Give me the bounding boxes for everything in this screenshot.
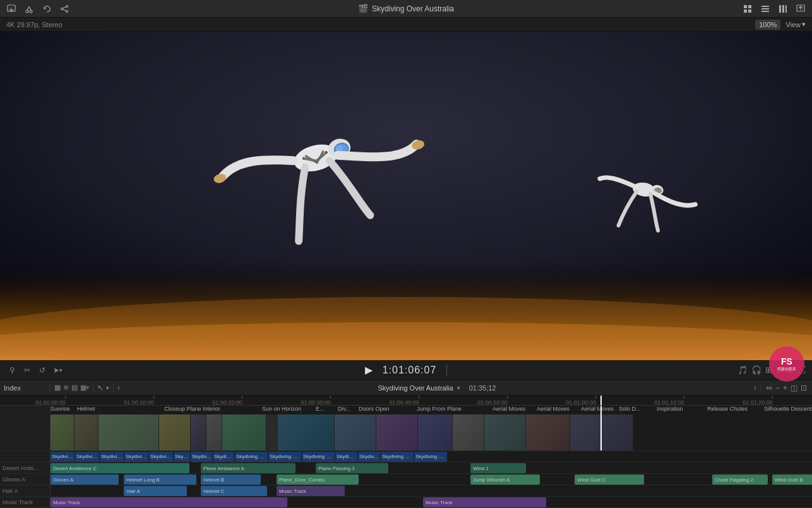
clip-options-icon[interactable]: ▦▾ [80, 384, 89, 392]
blade-icon[interactable]: ✂ [21, 365, 33, 376]
clip-label-inspiration: Inspiration [657, 406, 683, 412]
svg-rect-9 [748, 9, 751, 13]
clip-thumb-inspiration[interactable] [484, 414, 526, 451]
zoom-minus-icon[interactable]: − [775, 384, 780, 392]
vo-clip-15[interactable]: Skydiving VO [414, 452, 447, 462]
ambient-track-label: Desert Ambi... [0, 463, 51, 473]
sfx-clip-gloves[interactable]: Gloves A [51, 475, 119, 485]
vo-clip-14[interactable]: Skydiving VO [381, 452, 414, 462]
clip-label-e: E... [316, 406, 325, 412]
share-icon[interactable] [58, 3, 71, 15]
select-options-icon[interactable]: ▾ [106, 385, 109, 391]
shrink-icon[interactable]: ⊟ [776, 365, 783, 375]
role-view-icon[interactable]: ▤ [71, 384, 78, 392]
clip-label-doors: Doors Open [359, 406, 390, 412]
vo-clip-7[interactable]: Skydiv... [191, 452, 212, 462]
undo-icon[interactable] [40, 3, 53, 15]
view-button[interactable]: View ▾ [785, 20, 806, 28]
music-clip-2[interactable]: Music Track [423, 497, 546, 507]
music-clip-1[interactable]: Music Track [51, 497, 287, 507]
video-preview [0, 32, 812, 360]
expand-icon[interactable]: ⊞ [765, 365, 772, 375]
clip-thumb-e[interactable] [191, 414, 206, 451]
sfx-clip-chute[interactable]: Chute Flapping 2 [712, 475, 768, 485]
play-button[interactable]: ▶ [365, 364, 373, 376]
headphone-icon[interactable]: 🎧 [751, 365, 761, 375]
clip-thumb-aerial1[interactable] [335, 414, 376, 451]
grid-view-icon[interactable] [741, 3, 754, 15]
snap-icon[interactable]: ⚲ [6, 365, 18, 376]
clip-thumb-silhouette[interactable] [570, 414, 633, 451]
clip-view-icon[interactable]: ▦ [54, 384, 61, 392]
clip-thumb-release[interactable] [526, 414, 570, 451]
clip-thumb-doors[interactable] [222, 414, 266, 451]
zoom-plus-icon[interactable]: + [783, 384, 787, 392]
clip-thumb-aerial3[interactable] [418, 414, 453, 451]
sfx-clip-jump[interactable]: Jump Whoosh A [470, 475, 540, 485]
ambient-clip-wind[interactable]: Wind 1 [470, 463, 526, 473]
select-tool-icon[interactable]: ↖ [97, 384, 104, 392]
clip-thumb-div[interactable] [206, 414, 222, 451]
list-view-icon[interactable] [759, 3, 772, 15]
top-toolbar: 🎬 Skydiving Over Australia [0, 0, 812, 18]
hair-clip-helmet-c[interactable]: Helmet C [201, 486, 267, 496]
ruler-mark-7: 01:01:10:00 [669, 396, 700, 406]
vo-clip-12[interactable]: Skydi... [335, 452, 357, 462]
vo-clip-8[interactable]: Skydivin... [213, 452, 234, 462]
sfx-clip-wind-gust-b[interactable]: Wind Gust B [772, 475, 812, 485]
hair-track-content: Hair A Helmet C Music Track [51, 485, 812, 496]
export-icon[interactable] [794, 3, 807, 15]
video-clips-content: Sunrise Helmet Closeup Plane Interior Su… [51, 406, 812, 451]
clip-thumb-closeup[interactable] [99, 414, 159, 451]
clip-thumb-jump[interactable] [278, 414, 335, 451]
sfx-clip-helmet-b[interactable]: Helmet B [201, 475, 261, 485]
svg-rect-14 [782, 5, 784, 13]
clip-appearance-icon[interactable]: ◫ [791, 384, 797, 392]
cut-icon[interactable] [23, 3, 35, 15]
hair-clip-music[interactable]: Music Track [277, 486, 345, 496]
timeline-area: Index ▦ ≋ ▤ ▦▾ ↖ ▾ ‹ Skydiving Over Aust… [0, 380, 812, 508]
timeline-settings-icon[interactable]: ⊡ [801, 384, 807, 392]
nav-next[interactable]: › [750, 384, 760, 392]
nav-prev[interactable]: ‹ [114, 384, 124, 392]
columns-view-icon[interactable] [777, 3, 789, 15]
chevron-icon[interactable]: ▾ [457, 385, 460, 391]
vo-clip-5[interactable]: Skydiving VO [149, 452, 173, 462]
clip-thumb-sun[interactable] [159, 414, 191, 451]
vo-clip-13[interactable]: Skydiv... [358, 452, 380, 462]
vo-clip-10[interactable]: Skydiving VO [268, 452, 301, 462]
ambient-clip-passing[interactable]: Plane Passing 3 [316, 463, 388, 473]
clip-thumb-solo[interactable] [453, 414, 484, 451]
vo-clip-4[interactable]: Skydiving VO [124, 452, 148, 462]
audio-view-icon[interactable]: ≋ [63, 384, 69, 392]
clip-thumb-helmet[interactable] [75, 414, 99, 451]
zoom-button[interactable]: 100% [755, 20, 780, 30]
vo-clip-1[interactable]: Skydiving VO [51, 452, 75, 462]
ambient-clip-plane[interactable]: Plane Ambiance A [201, 463, 296, 473]
import-icon[interactable] [5, 3, 18, 15]
fullscreen-icon[interactable]: ⛶ [797, 365, 806, 375]
vo-clip-6[interactable]: Skydi... [174, 452, 190, 462]
position-icon[interactable]: ↺ [37, 365, 48, 376]
ruler-mark-2: 01:00:20:00 [227, 396, 258, 406]
clip-thumb-aerial2[interactable] [376, 414, 418, 451]
svg-rect-10 [761, 6, 769, 7]
toolbar-left [5, 3, 71, 15]
ambient-clip-desert[interactable]: Desert Ambience C [51, 463, 189, 473]
sfx-clip-door[interactable]: Plane_Door_Combo [277, 475, 359, 485]
index-label: Index [4, 384, 21, 392]
clip-label-aerial3: Aerial Moves [581, 406, 614, 412]
vo-clip-9[interactable]: Skydiving VO [235, 452, 268, 462]
fit-width-icon[interactable]: ⇔ [766, 384, 772, 392]
clip-thumb-sunrise[interactable] [51, 414, 75, 451]
vo-clip-11[interactable]: Skydiving VO [302, 452, 335, 462]
audio-icon[interactable]: 🎵 [737, 365, 748, 375]
arrow-icon[interactable]: ➤▾ [52, 365, 63, 376]
zoom-fit-icon[interactable]: ⊠ [787, 365, 794, 375]
vo-clip-3[interactable]: Skydiving VO [100, 452, 124, 462]
hair-clip-hair[interactable]: Hair A [124, 486, 187, 496]
vo-clip-2[interactable]: Skydiving VO [75, 452, 99, 462]
sfx-clip-wind-gust[interactable]: Wind Gust C [575, 475, 644, 485]
ruler-inner: 01:00:00:00 01:00:10:00 01:00:20:00 01:0… [51, 396, 812, 405]
sfx-clip-helmet-long[interactable]: Helmet Long B [124, 475, 196, 485]
